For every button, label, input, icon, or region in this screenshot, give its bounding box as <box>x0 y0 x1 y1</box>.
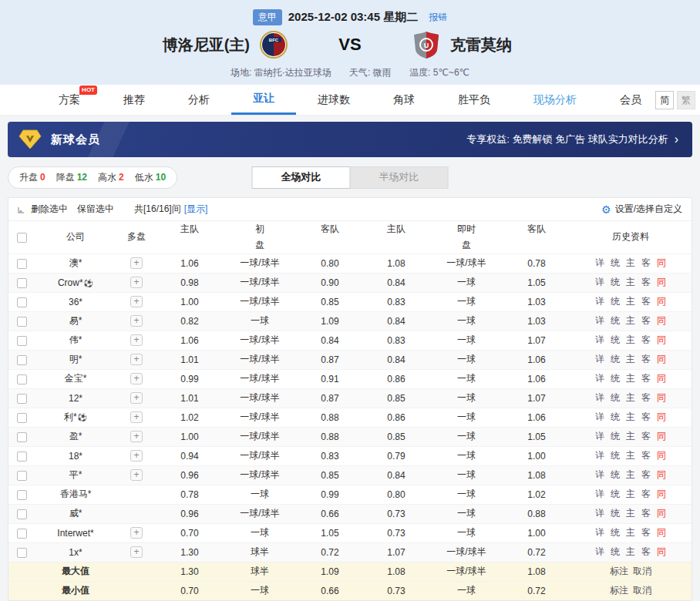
history-link-2[interactable]: 主 <box>626 392 635 403</box>
expand-multi-odds-button[interactable]: + <box>130 277 143 288</box>
cancel-link[interactable]: 取消 <box>633 585 651 596</box>
history-link-3[interactable]: 客 <box>641 354 651 364</box>
expand-multi-odds-button[interactable]: + <box>130 354 143 365</box>
vip-membership-banner[interactable]: 新球会员 专享权益: 免费解锁 免广告 球队实力对比分析 › <box>8 122 692 157</box>
history-link-3[interactable]: 客 <box>641 527 651 538</box>
history-link-0[interactable]: 详 <box>595 450 604 461</box>
history-link-3[interactable]: 客 <box>641 315 651 326</box>
report-error-link[interactable]: 报错 <box>429 11 447 24</box>
history-link-2[interactable]: 主 <box>626 489 635 499</box>
history-link-2[interactable]: 主 <box>626 546 635 557</box>
history-link-3[interactable]: 客 <box>641 296 651 307</box>
nav-tab-6[interactable]: 胜平负 <box>436 85 512 115</box>
row-checkbox[interactable] <box>17 317 27 327</box>
tab-half-match-compare[interactable]: 半场对比 <box>350 166 449 189</box>
settings-customize-button[interactable]: ⚙ 设置/选择自定义 <box>601 203 682 216</box>
row-checkbox[interactable] <box>17 548 27 558</box>
history-link-4[interactable]: 同 <box>657 296 666 307</box>
history-link-3[interactable]: 客 <box>641 334 651 345</box>
history-link-4[interactable]: 同 <box>657 450 666 461</box>
history-link-0[interactable]: 详 <box>595 354 604 364</box>
history-link-1[interactable]: 统 <box>611 373 620 384</box>
history-link-0[interactable]: 详 <box>595 392 604 403</box>
history-link-4[interactable]: 同 <box>657 469 666 480</box>
row-checkbox[interactable] <box>17 374 27 384</box>
league-badge[interactable]: 意甲 <box>253 9 282 25</box>
history-link-4[interactable]: 同 <box>657 257 666 268</box>
cancel-link[interactable]: 取消 <box>633 566 651 576</box>
expand-multi-odds-button[interactable]: + <box>130 392 143 404</box>
history-link-1[interactable]: 统 <box>611 354 620 364</box>
history-link-1[interactable]: 统 <box>611 277 620 287</box>
history-link-3[interactable]: 客 <box>641 431 651 442</box>
history-link-2[interactable]: 主 <box>626 315 635 326</box>
history-link-4[interactable]: 同 <box>657 411 666 422</box>
history-link-2[interactable]: 主 <box>626 431 635 442</box>
expand-multi-odds-button[interactable]: + <box>130 373 143 384</box>
nav-tab-3[interactable]: 亚让 <box>231 85 296 115</box>
history-link-3[interactable]: 客 <box>641 392 651 403</box>
history-link-1[interactable]: 统 <box>611 411 620 422</box>
history-link-1[interactable]: 统 <box>611 334 620 345</box>
nav-tab-7[interactable]: 现场分析 <box>512 85 598 115</box>
history-link-0[interactable]: 详 <box>595 431 604 442</box>
history-link-3[interactable]: 客 <box>641 508 651 519</box>
history-link-1[interactable]: 统 <box>611 392 620 403</box>
row-checkbox[interactable] <box>17 529 27 539</box>
keep-selected-link[interactable]: 保留选中 <box>77 203 114 216</box>
expand-multi-odds-button[interactable]: + <box>130 296 143 307</box>
history-link-2[interactable]: 主 <box>626 411 635 422</box>
row-checkbox[interactable] <box>17 336 27 346</box>
history-link-1[interactable]: 统 <box>611 315 620 326</box>
expand-multi-odds-button[interactable]: + <box>130 334 143 346</box>
row-checkbox[interactable] <box>17 490 27 500</box>
row-checkbox[interactable] <box>17 432 27 442</box>
expand-multi-odds-button[interactable]: + <box>130 527 143 539</box>
lang-traditional-button[interactable]: 繁 <box>677 91 695 109</box>
history-link-2[interactable]: 主 <box>626 334 635 345</box>
history-link-3[interactable]: 客 <box>641 373 651 384</box>
mark-link[interactable]: 标注 <box>610 566 628 576</box>
history-link-2[interactable]: 主 <box>626 354 635 364</box>
expand-multi-odds-button[interactable]: + <box>130 450 143 462</box>
history-link-1[interactable]: 统 <box>611 296 620 307</box>
expand-multi-odds-button[interactable]: + <box>130 546 143 558</box>
row-checkbox[interactable] <box>17 394 27 404</box>
history-link-0[interactable]: 详 <box>595 257 604 268</box>
expand-multi-odds-button[interactable]: + <box>130 469 143 481</box>
expand-multi-odds-button[interactable]: + <box>130 315 143 327</box>
history-link-4[interactable]: 同 <box>657 354 666 364</box>
history-link-4[interactable]: 同 <box>657 392 666 403</box>
history-link-1[interactable]: 统 <box>611 450 620 461</box>
history-link-3[interactable]: 客 <box>641 469 651 480</box>
tab-full-match-compare[interactable]: 全场对比 <box>252 166 351 189</box>
row-checkbox[interactable] <box>17 278 27 288</box>
row-checkbox[interactable] <box>17 452 27 462</box>
history-link-1[interactable]: 统 <box>611 508 620 519</box>
expand-multi-odds-button[interactable]: + <box>130 411 143 423</box>
nav-tab-2[interactable]: 分析 <box>167 85 231 115</box>
history-link-4[interactable]: 同 <box>657 373 666 384</box>
history-link-2[interactable]: 主 <box>626 257 635 268</box>
expand-multi-odds-button[interactable]: + <box>130 257 143 269</box>
history-link-3[interactable]: 客 <box>641 489 651 499</box>
history-link-3[interactable]: 客 <box>641 450 651 461</box>
history-link-0[interactable]: 详 <box>595 315 604 326</box>
row-checkbox[interactable] <box>17 297 27 307</box>
mark-link[interactable]: 标注 <box>610 585 628 596</box>
nav-tab-5[interactable]: 角球 <box>372 85 436 115</box>
nav-tab-0[interactable]: 方案HOT <box>37 85 102 115</box>
history-link-1[interactable]: 统 <box>611 431 620 442</box>
history-link-0[interactable]: 详 <box>595 411 604 422</box>
history-link-0[interactable]: 详 <box>595 334 604 345</box>
expand-multi-odds-button[interactable]: + <box>130 431 143 442</box>
show-link[interactable]: [显示] <box>184 203 208 216</box>
history-link-1[interactable]: 统 <box>611 527 620 538</box>
history-link-2[interactable]: 主 <box>626 527 635 538</box>
history-link-4[interactable]: 同 <box>657 508 666 519</box>
row-checkbox[interactable] <box>17 259 27 269</box>
history-link-2[interactable]: 主 <box>626 277 635 287</box>
row-checkbox[interactable] <box>17 413 27 423</box>
history-link-2[interactable]: 主 <box>626 450 635 461</box>
history-link-3[interactable]: 客 <box>641 546 651 557</box>
